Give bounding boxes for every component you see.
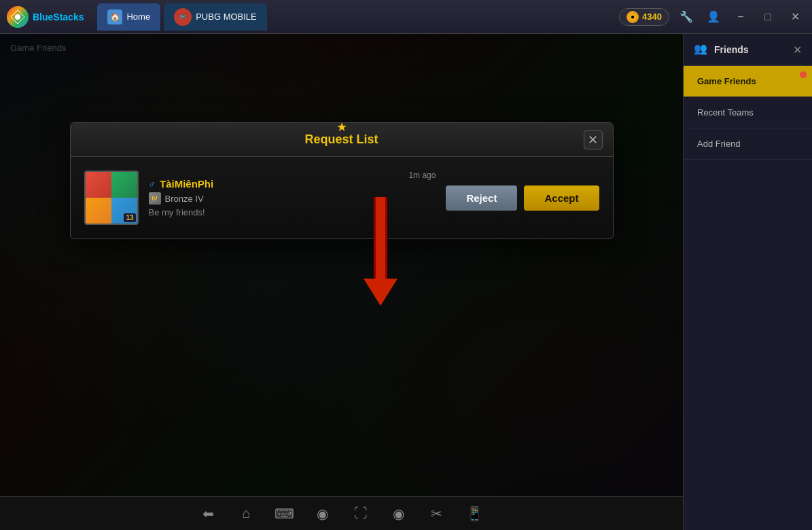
back-button[interactable]: ⬅ [196,501,221,526]
fullscreen-button[interactable]: ⛶ [349,501,373,526]
modal-header: ★ Request List ✕ [71,123,613,157]
reject-button[interactable]: Reject [446,186,517,211]
panel-title: Friends [714,44,793,55]
avatar-quadrant-1 [86,172,111,198]
accept-button[interactable]: Accept [524,186,599,211]
account-button[interactable]: 👤 [703,7,724,27]
modal-body: 13 ♂ TàiMiênPhi IV Bronze IV Be my [71,157,613,238]
gender-icon: ♂ [149,179,156,190]
svg-point-1 [15,14,20,20]
modal-title: Request List [304,132,378,147]
nav-item-add-friend[interactable]: Add Friend [684,128,812,160]
request-actions: Reject Accept [446,186,599,211]
request-time: 1m ago [408,171,436,180]
game-area: Game Friends ★ Request List ✕ [0,34,683,530]
home-button[interactable]: ⌂ [234,501,259,526]
panel-close-button[interactable]: ✕ [793,43,802,56]
avatar-quadrant-2 [111,172,137,198]
pubg-tab-icon: 🎮 [174,8,192,26]
game-tab-label: PUBG MOBILE [196,12,257,22]
bluestacks-logo [7,6,29,28]
nav-item-game-friends-label: Game Friends [697,76,756,86]
request-avatar: 13 [84,171,139,225]
title-bar: BlueStacks 🏠 Home 🎮 PUBG MOBILE ● 4340 🔧… [0,0,812,34]
bluestacks-brand: BlueStacks [33,12,84,22]
location-button[interactable]: ◉ [387,501,411,526]
modal-overlay: ★ Request List ✕ 13 [0,34,683,496]
panel-navigation: Game Friends Recent Teams Add Friend [684,66,812,160]
nav-item-game-friends[interactable]: Game Friends [684,66,812,97]
nav-item-recent-teams-label: Recent Teams [697,107,754,118]
request-info: ♂ TàiMiênPhi IV Bronze IV Be my friends! [149,178,399,217]
home-tab-label: Home [126,12,150,22]
request-rank-row: IV Bronze IV [149,192,399,205]
coin-display: ● 4340 [619,8,669,26]
home-tab-icon: 🏠 [107,10,122,24]
request-name: TàiMiênPhi [160,178,213,190]
eye-button[interactable]: ◉ [311,501,335,526]
title-bar-controls: ● 4340 🔧 👤 − □ ✕ [619,7,805,27]
nav-item-recent-teams[interactable]: Recent Teams [684,97,812,128]
home-tab[interactable]: 🏠 Home [97,3,160,31]
game-tab[interactable]: 🎮 PUBG MOBILE [164,3,267,31]
taskbar: ⬅ ⌂ ⌨ ◉ ⛶ ◉ ✂ 📱 [0,496,683,530]
rank-text: Bronze IV [165,194,204,204]
settings-button[interactable]: 🔧 [676,7,696,27]
rank-icon: IV [149,192,161,205]
minimize-button[interactable]: − [730,7,751,27]
scissors-button[interactable]: ✂ [425,501,449,526]
nav-item-add-friend-label: Add Friend [697,139,741,149]
avatar-quadrant-3 [86,198,111,224]
request-item: 13 ♂ TàiMiênPhi IV Bronze IV Be my [84,171,599,225]
panel-header: 👥 Friends ✕ [684,34,812,66]
right-panel: 👥 Friends ✕ Game Friends Recent Teams Ad… [683,34,812,530]
mobile-button[interactable]: 📱 [463,501,487,526]
coin-value: 4340 [642,12,662,22]
maximize-button[interactable]: □ [758,7,778,27]
request-list-modal: ★ Request List ✕ 13 [70,122,614,239]
modal-star-icon: ★ [336,122,347,135]
modal-close-button[interactable]: ✕ [584,130,603,149]
friends-icon: 👥 [694,42,709,57]
request-name-row: ♂ TàiMiênPhi [149,178,399,190]
close-button[interactable]: ✕ [785,7,805,27]
game-background: Game Friends ★ Request List ✕ [0,34,683,530]
request-message: Be my friends! [149,207,399,217]
keyboard-button[interactable]: ⌨ [272,501,297,526]
avatar-level: 13 [124,213,135,222]
coin-icon: ● [626,11,639,23]
